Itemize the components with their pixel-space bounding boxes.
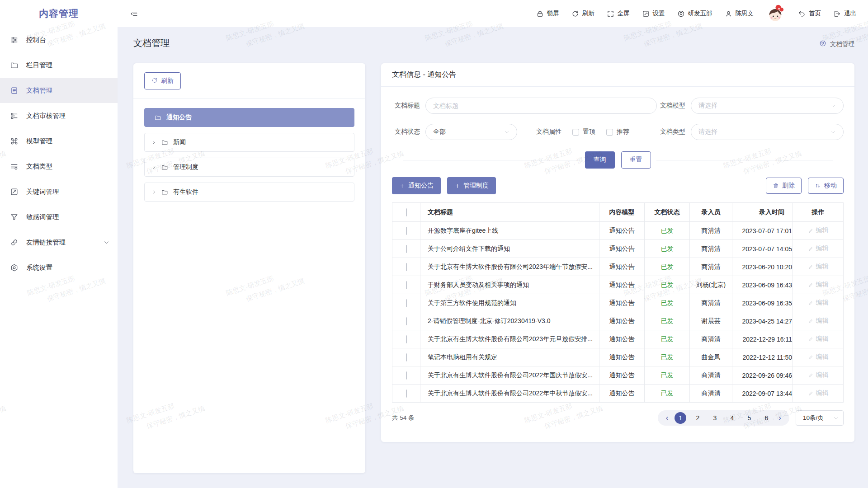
edit-button[interactable]: 编辑 xyxy=(808,389,829,397)
add-button-通知公告[interactable]: 通知公告 xyxy=(392,177,441,194)
page-size-select[interactable]: 10条/页 xyxy=(796,410,844,426)
trash-icon xyxy=(773,183,779,189)
doc-type-select[interactable]: 请选择 xyxy=(691,124,844,140)
doc-title-cell: 开源数字底座在gitee上线 xyxy=(420,222,599,240)
attr-option-置顶[interactable]: 置顶 xyxy=(572,128,595,136)
header-item-label: 锁屏 xyxy=(547,9,559,18)
operator-cell: 商清清 xyxy=(690,385,732,403)
sidebar-item-文档审核管理[interactable]: 文档审核管理 xyxy=(0,103,118,128)
row-checkbox[interactable] xyxy=(406,335,407,343)
sidebar-item-栏目管理[interactable]: 栏目管理 xyxy=(0,52,118,78)
edit-button[interactable]: 编辑 xyxy=(808,244,829,253)
pager-next-button[interactable]: › xyxy=(775,410,785,426)
pager-page-4[interactable]: 4 xyxy=(726,412,738,424)
sidebar-item-关键词管理[interactable]: 关键词管理 xyxy=(0,179,118,204)
checkbox-推荐[interactable] xyxy=(606,129,613,136)
sidebar-item-控制台[interactable]: 控制台 xyxy=(0,27,118,52)
row-checkbox[interactable] xyxy=(406,389,407,398)
header-item-研发五部[interactable]: 研发五部 xyxy=(677,9,712,18)
doc-status-label: 文档状态 xyxy=(392,128,420,136)
row-checkbox[interactable] xyxy=(406,281,407,289)
row-checkbox-cell xyxy=(392,385,420,403)
header-item-退出[interactable]: 退出 xyxy=(833,9,856,18)
tree-node-有生软件[interactable]: 有生软件 xyxy=(144,183,354,202)
row-checkbox[interactable] xyxy=(406,353,407,361)
pager-page-3[interactable]: 3 xyxy=(709,412,721,424)
header-item-陈思文[interactable]: 陈思文 xyxy=(725,9,754,18)
chevron-right-icon[interactable] xyxy=(151,164,156,170)
doc-status-cell: 已发 xyxy=(645,312,690,330)
edit-button[interactable]: 编辑 xyxy=(808,226,829,235)
select-all-checkbox[interactable] xyxy=(406,208,407,216)
row-checkbox[interactable] xyxy=(406,299,407,307)
edit-button[interactable]: 编辑 xyxy=(808,263,829,271)
header-item-设置[interactable]: 设置 xyxy=(642,9,665,18)
sidebar-item-敏感词管理[interactable]: 敏感词管理 xyxy=(0,204,118,230)
entry-time-cell: 2022-12-29 16:11 xyxy=(732,330,793,348)
edit-button[interactable]: 编辑 xyxy=(808,335,829,343)
doc-title-input[interactable] xyxy=(425,98,657,114)
location-icon xyxy=(677,10,685,18)
entry-time-cell: 2023-07-07 17:01 xyxy=(732,222,793,240)
edit-button[interactable]: 编辑 xyxy=(808,317,829,325)
reset-button[interactable]: 重置 xyxy=(621,151,651,169)
tree-node-通知公告[interactable]: 通知公告 xyxy=(144,108,354,127)
row-checkbox[interactable] xyxy=(406,371,407,380)
sidebar-item-模型管理[interactable]: 模型管理 xyxy=(0,128,118,154)
add-button-label: 通知公告 xyxy=(408,182,434,190)
pager-prev-button[interactable]: ‹ xyxy=(662,410,672,426)
pager-page-5[interactable]: 5 xyxy=(743,412,755,424)
edit-icon xyxy=(808,318,814,324)
tree-refresh-label: 刷新 xyxy=(161,77,174,85)
folder-icon xyxy=(161,139,168,146)
row-checkbox-cell xyxy=(392,366,420,385)
row-checkbox[interactable] xyxy=(406,317,407,325)
row-checkbox[interactable] xyxy=(406,245,407,253)
user-avatar[interactable] xyxy=(766,4,786,23)
row-checkbox[interactable] xyxy=(406,263,407,271)
checkbox-置顶[interactable] xyxy=(572,129,579,136)
chevron-right-icon[interactable] xyxy=(151,140,156,145)
action-cell: 编辑 xyxy=(793,385,844,403)
sidebar: 控制台栏目管理文档管理文档审核管理模型管理文档类型关键词管理敏感词管理友情链接管… xyxy=(0,27,118,488)
edit-button[interactable]: 编辑 xyxy=(808,353,829,361)
pager-page-2[interactable]: 2 xyxy=(692,412,703,424)
search-button[interactable]: 查询 xyxy=(585,151,615,169)
sidebar-item-label: 控制台 xyxy=(26,36,46,44)
sidebar-item-系统设置[interactable]: 系统设置 xyxy=(0,255,118,280)
sidebar-collapse-button[interactable] xyxy=(130,10,138,18)
sidebar-item-文档类型[interactable]: 文档类型 xyxy=(0,154,118,179)
doc-status-select[interactable]: 全部 xyxy=(425,124,517,140)
pager-page-6[interactable]: 6 xyxy=(760,412,772,424)
tree-node-新闻[interactable]: 新闻 xyxy=(144,133,354,152)
tool-button-移动[interactable]: 移动 xyxy=(808,178,844,194)
table-row: 关于公司介绍文件下载的通知通知公告已发商清清2023-07-07 14:05编辑 xyxy=(392,240,844,258)
header-item-锁屏[interactable]: 锁屏 xyxy=(536,9,559,18)
edit-button[interactable]: 编辑 xyxy=(808,371,829,379)
add-button-管理制度[interactable]: 管理制度 xyxy=(447,177,496,194)
sidebar-item-文档管理[interactable]: 文档管理 xyxy=(0,78,118,103)
operator-cell: 商清清 xyxy=(690,240,732,258)
tool-button-删除[interactable]: 删除 xyxy=(766,178,802,194)
column-header-录入时间: 录入时间 xyxy=(732,203,793,222)
doc-model-select[interactable]: 请选择 xyxy=(691,98,844,114)
attr-option-推荐[interactable]: 推荐 xyxy=(606,128,629,136)
document-icon xyxy=(10,86,19,95)
header-item-label: 首页 xyxy=(809,9,821,18)
header-item-首页[interactable]: 首页 xyxy=(798,9,821,18)
header-item-全屏[interactable]: 全屏 xyxy=(607,9,630,18)
sidebar-item-友情链接管理[interactable]: 友情链接管理 xyxy=(0,230,118,255)
document-panel-title: 文档信息 - 通知公告 xyxy=(381,63,854,87)
edit-button[interactable]: 编辑 xyxy=(808,299,829,307)
page-title: 文档管理 xyxy=(133,37,170,49)
doc-type-label: 文档类型 xyxy=(657,128,685,136)
attr-option-label: 置顶 xyxy=(583,128,595,136)
edit-button[interactable]: 编辑 xyxy=(808,281,829,289)
doc-status-cell: 已发 xyxy=(645,330,690,348)
header-item-刷新[interactable]: 刷新 xyxy=(571,9,594,18)
tree-node-管理制度[interactable]: 管理制度 xyxy=(144,158,354,177)
chevron-right-icon[interactable] xyxy=(151,189,156,195)
tree-refresh-button[interactable]: 刷新 xyxy=(144,72,181,89)
pager-page-1[interactable]: 1 xyxy=(675,412,686,424)
row-checkbox[interactable] xyxy=(406,227,407,235)
